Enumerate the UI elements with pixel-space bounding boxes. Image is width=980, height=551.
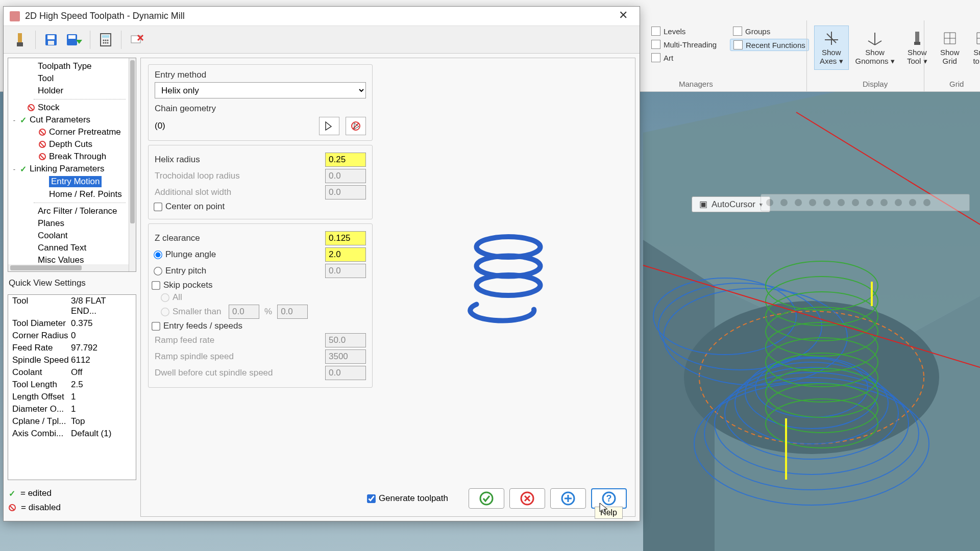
svg-point-53 — [480, 492, 493, 505]
svg-text:?: ? — [606, 493, 612, 504]
tree-item[interactable]: Depth Cuts — [8, 138, 136, 151]
svg-point-41 — [103, 39, 105, 41]
ribbon-art[interactable]: Art — [648, 52, 720, 63]
trochoidal-radius-label: Trochoidal loop radius — [155, 171, 325, 181]
add-button[interactable] — [550, 488, 586, 509]
ribbon-multithreading[interactable]: Multi-Threading — [648, 39, 720, 50]
helix-radius-input[interactable] — [325, 153, 366, 167]
cursor-toolbar[interactable] — [761, 194, 970, 211]
qvs-row: CoolantOff — [8, 366, 136, 379]
chain-geometry-label: Chain geometry — [155, 104, 366, 114]
autocursor-dropdown[interactable]: ▣ AutoCursor ▾ — [692, 196, 770, 212]
prohibit-icon — [38, 152, 47, 161]
qvs-row: Tool Diameter0.375 — [8, 317, 136, 330]
delete-button[interactable] — [127, 30, 147, 50]
tree-scrollbar-v[interactable] — [129, 58, 136, 271]
tree-item[interactable]: -✓Cut Parameters — [8, 114, 136, 126]
select-chain-button[interactable] — [319, 117, 339, 135]
check-icon: ✓ — [18, 115, 28, 124]
tree-item[interactable]: Coolant — [8, 230, 136, 242]
plunge-angle-radio[interactable] — [154, 251, 162, 259]
plunge-angle-input[interactable] — [325, 247, 366, 262]
svg-point-42 — [105, 39, 107, 41]
ribbon-show-gnomons[interactable]: Show Gnomons ▾ — [850, 26, 900, 70]
ribbon-section-grid: Grid — [949, 80, 964, 88]
clear-chain-button[interactable] — [346, 117, 366, 135]
window-title: 2D High Speed Toolpath - Dynamic Mill — [25, 11, 613, 21]
tree-item[interactable]: Break Through — [8, 151, 136, 163]
svg-rect-32 — [18, 33, 22, 42]
svg-rect-36 — [48, 41, 54, 45]
ribbon-show-axes[interactable]: Show Axes ▾ — [814, 26, 849, 70]
tree-item[interactable]: Corner Pretreatme — [8, 126, 136, 138]
tree-item[interactable]: Toolpath Type — [8, 60, 136, 72]
help-tooltip: Help — [595, 507, 623, 519]
ribbon-section-managers: Managers — [679, 80, 713, 88]
tree-item[interactable]: Stock — [8, 102, 136, 114]
dialog-footer: Generate toolpath ? Help — [141, 486, 635, 511]
svg-rect-35 — [47, 35, 55, 39]
skip-pockets-checkbox[interactable] — [152, 281, 160, 290]
tree-item[interactable]: -✓Linking Parameters — [8, 163, 136, 175]
snap-grid-icon — [972, 28, 980, 48]
qvs-row: Spindle Speed6112 — [8, 354, 136, 366]
ok-button[interactable] — [469, 488, 504, 509]
ribbon-show-tool[interactable]: Show Tool ▾ — [901, 26, 933, 70]
tree-item[interactable]: Holder — [8, 85, 136, 97]
entry-method-select[interactable]: Helix only — [155, 82, 366, 98]
save-to-file-button[interactable] — [64, 30, 85, 50]
slot-width-label: Additional slot width — [155, 187, 325, 197]
generate-toolpath-checkbox[interactable]: Generate toolpath — [368, 493, 448, 504]
prohibit-icon — [38, 140, 47, 149]
ribbon-groups[interactable]: Groups — [730, 26, 809, 37]
qvs-row: Cplane / Tpl...Top — [8, 415, 136, 428]
ribbon-recent-functions[interactable]: Recent Functions — [730, 39, 809, 51]
close-button[interactable]: ✕ — [613, 9, 633, 24]
calculator-button[interactable] — [95, 30, 116, 50]
entry-pitch-radio[interactable] — [154, 267, 162, 276]
quick-view-settings: Tool3/8 FLAT END...Tool Diameter0.375Cor… — [8, 294, 136, 480]
tool-button[interactable] — [10, 30, 30, 50]
dwell-input — [325, 366, 366, 380]
ribbon-snap-grid[interactable]: Snap to Gri — [967, 26, 980, 70]
trochoidal-radius-input — [325, 169, 366, 183]
axes-icon — [821, 28, 842, 48]
ribbon-show-grid[interactable]: Show Grid — [934, 26, 966, 70]
help-button[interactable]: ? Help — [591, 488, 627, 509]
z-clearance-input[interactable] — [325, 231, 366, 245]
entry-feeds-speeds-checkbox[interactable] — [152, 322, 160, 331]
dwell-label: Dwell before cut spindle speed — [155, 368, 325, 378]
entry-method-label: Entry method — [155, 70, 366, 80]
tree-item[interactable]: Tool — [8, 72, 136, 85]
smaller-pct-input — [229, 305, 259, 319]
quick-view-settings-label: Quick View Settings — [8, 276, 136, 290]
svg-point-46 — [107, 42, 109, 43]
tree-item[interactable]: Home / Ref. Points — [8, 188, 136, 201]
svg-point-45 — [105, 42, 107, 43]
tree-item[interactable]: Entry Motion — [8, 175, 136, 188]
tree-item[interactable]: Canned Text — [8, 242, 136, 254]
ramp-feed-input — [325, 333, 366, 347]
tree-item[interactable]: Arc Filter / Tolerance — [8, 205, 136, 217]
qvs-row: Tool3/8 FLAT END... — [8, 295, 136, 317]
qvs-row: Corner Radius0 — [8, 330, 136, 342]
ribbon-section-display: Display — [863, 80, 888, 88]
svg-point-43 — [107, 39, 109, 41]
parameter-tree[interactable]: Toolpath TypeToolHolderStock-✓Cut Parame… — [8, 58, 136, 272]
tree-scrollbar-h[interactable] — [8, 264, 129, 271]
svg-rect-0 — [915, 32, 919, 42]
smaller-than-radio — [161, 308, 169, 316]
tree-item[interactable]: Planes — [8, 217, 136, 230]
gnomons-icon — [865, 28, 885, 48]
cancel-button[interactable] — [509, 488, 545, 509]
legend: ✓= edited = disabled — [8, 484, 136, 517]
save-button[interactable] — [41, 30, 61, 50]
ribbon-levels[interactable]: Levels — [648, 26, 720, 37]
skip-all-radio — [161, 293, 169, 302]
ramp-feed-label: Ramp feed rate — [155, 335, 325, 345]
app-icon — [10, 11, 20, 21]
center-on-point-checkbox[interactable] — [154, 203, 162, 211]
svg-rect-1 — [914, 42, 920, 45]
svg-point-44 — [103, 42, 105, 43]
qvs-row: Axis Combi...Default (1) — [8, 428, 136, 440]
